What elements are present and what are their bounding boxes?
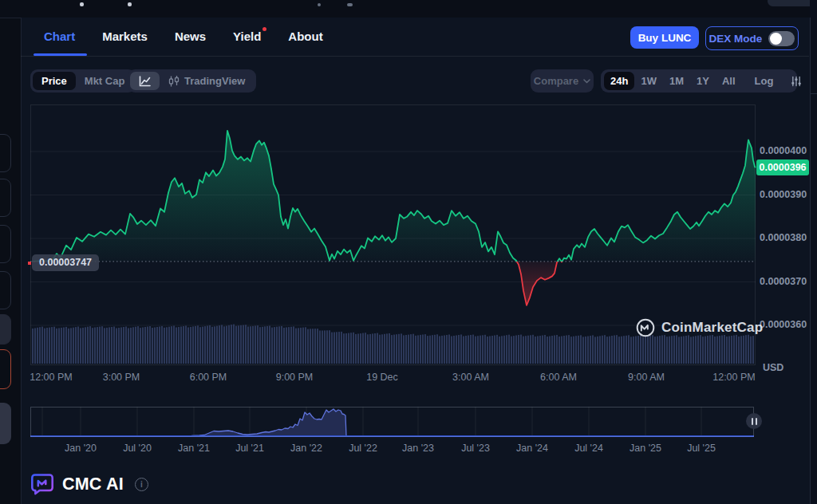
- current-price-badge: 0.0000396: [756, 159, 809, 175]
- compare-button[interactable]: Compare: [531, 69, 594, 93]
- prev-close-marker: [28, 262, 31, 265]
- tab-bar-divider: [21, 56, 809, 57]
- info-icon[interactable]: i: [135, 478, 148, 491]
- mini-chart-label: Jul '24: [574, 443, 603, 454]
- dex-mode-button[interactable]: DEX Mode: [705, 26, 799, 50]
- tab-chart[interactable]: Chart: [44, 18, 75, 56]
- tab-label: News: [175, 30, 206, 43]
- tab-about[interactable]: About: [288, 18, 322, 56]
- tab-label: About: [288, 30, 322, 43]
- coinmarketcap-logo-icon: [636, 318, 655, 337]
- x-axis-label: 9:00 AM: [628, 372, 665, 383]
- tab-yield[interactable]: Yield: [233, 18, 261, 56]
- mini-chart-label: Jan '21: [178, 443, 210, 454]
- cutoff-sidebar-button-highlighted[interactable]: [0, 349, 11, 389]
- mini-chart-label: Jan '24: [516, 443, 548, 454]
- cutoff-sidebar-button[interactable]: [0, 225, 11, 263]
- top-strip-icon: [347, 3, 353, 6]
- metric-option-price[interactable]: Price: [33, 72, 76, 90]
- range-1m[interactable]: 1M: [663, 72, 690, 90]
- buy-lunc-button[interactable]: Buy LUNC: [630, 26, 699, 49]
- cmc-ai-header: CMC AI i: [30, 472, 148, 496]
- chart-settings-button[interactable]: [786, 72, 807, 90]
- candlestick-icon: [168, 76, 180, 87]
- x-axis-label: 6:00 AM: [540, 372, 577, 383]
- y-axis-label: 0.0000400: [760, 145, 807, 156]
- tradingview-label: TradingView: [184, 72, 245, 90]
- y-axis-label: 0.0000370: [760, 276, 807, 287]
- tab-markets[interactable]: Markets: [102, 18, 148, 56]
- mini-chart-label: Jan '22: [290, 443, 322, 454]
- x-axis-label: 3:00 PM: [103, 372, 140, 383]
- log-scale-button[interactable]: Log: [748, 72, 780, 90]
- cutoff-sidebar-button[interactable]: [0, 134, 11, 172]
- right-gutter: [810, 0, 817, 504]
- mini-chart-label: Jan '20: [65, 443, 97, 454]
- dex-mode-label: DEX Mode: [709, 33, 763, 45]
- top-strip-icon: [128, 2, 132, 6]
- top-strip-icon: [80, 2, 84, 6]
- mini-chart-label: Jul '25: [687, 443, 716, 454]
- range-all[interactable]: All: [716, 72, 742, 90]
- toggle-knob: [770, 33, 782, 45]
- metric-toggle: Price Mkt Cap: [30, 69, 136, 93]
- notification-dot: [262, 27, 266, 31]
- range-24h[interactable]: 24h: [604, 72, 634, 90]
- x-axis-label: 9:00 PM: [276, 372, 314, 383]
- currency-unit-label[interactable]: USD: [763, 362, 783, 373]
- x-axis-label: 12:00 PM: [30, 372, 73, 383]
- x-axis-label: 12:00 PM: [712, 372, 756, 383]
- cmc-ai-icon: [30, 472, 54, 496]
- x-axis-label: 6:00 PM: [190, 372, 227, 383]
- cutoff-sidebar-button[interactable]: [0, 271, 11, 309]
- mini-chart-label: Jan '25: [630, 443, 661, 454]
- y-axis-label: 0.0000380: [760, 232, 807, 243]
- chart-type-toggle: TradingView: [128, 69, 256, 93]
- tab-news[interactable]: News: [175, 18, 206, 56]
- mini-chart-label: Jul '21: [235, 443, 264, 454]
- tradingview-option[interactable]: TradingView: [160, 72, 254, 90]
- cutoff-sidebar-button[interactable]: [0, 403, 11, 444]
- x-axis-label: 19 Dec: [366, 372, 398, 383]
- watermark: CoinMarketCap: [636, 317, 763, 338]
- line-chart-icon: [139, 76, 151, 87]
- time-range-group: 24h1W1M1YAll Log: [601, 69, 797, 93]
- x-axis-label: 3:00 AM: [452, 372, 489, 383]
- dex-mode-toggle[interactable]: [768, 31, 795, 46]
- mini-chart-label: Jul '23: [461, 443, 490, 454]
- cutoff-sidebar-button[interactable]: [0, 179, 11, 217]
- sliders-icon: [791, 76, 802, 87]
- range-buttons: 24h1W1M1YAll: [604, 72, 742, 90]
- mini-chart-range-handle[interactable]: [746, 413, 762, 429]
- mini-chart-label: Jan '23: [402, 443, 434, 454]
- prev-close-label: 0.00003747: [32, 254, 99, 271]
- line-chart-option[interactable]: [130, 72, 160, 90]
- chevron-down-icon: [583, 79, 590, 84]
- range-1w[interactable]: 1W: [634, 72, 663, 90]
- mini-chart-label: Jul '22: [349, 443, 377, 454]
- top-strip-icon: [318, 3, 321, 6]
- tab-label: Chart: [44, 30, 75, 43]
- y-axis-label: 0.0000390: [760, 189, 807, 200]
- tab-label: Markets: [102, 30, 148, 43]
- tab-label: Yield: [233, 30, 261, 43]
- metric-option-mkt-cap[interactable]: Mkt Cap: [76, 72, 134, 90]
- watermark-text: CoinMarketCap: [661, 320, 763, 336]
- cmc-ai-title: CMC AI: [62, 474, 124, 494]
- range-1y[interactable]: 1Y: [690, 72, 716, 90]
- compare-label: Compare: [534, 75, 578, 87]
- mini-chart-label: Jul '20: [123, 443, 152, 454]
- y-axis-label: 0.0000360: [760, 319, 807, 330]
- browser-top-strip: [0, 0, 817, 18]
- cutoff-sidebar-button[interactable]: [0, 314, 11, 345]
- tab-bar: ChartMarketsNewsYieldAbout: [44, 18, 323, 56]
